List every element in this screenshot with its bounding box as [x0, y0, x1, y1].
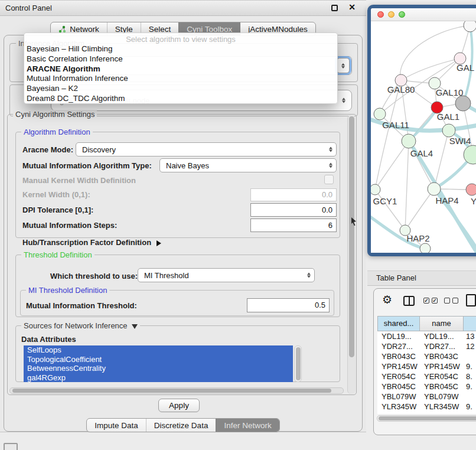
table-cell: YLR345W [377, 402, 420, 412]
algorithm-option[interactable]: Basic Correlation Inference [24, 54, 337, 64]
tab-discretize-data[interactable]: Discretize Data [146, 419, 216, 432]
network-node[interactable] [374, 108, 386, 120]
table-cell: YER054C [420, 371, 464, 381]
network-node[interactable] [442, 124, 455, 137]
network-node[interactable] [371, 184, 380, 195]
column-header[interactable]: name [420, 316, 464, 331]
scrollbar-thumb[interactable] [349, 116, 354, 357]
combo-open-button[interactable] [337, 58, 350, 73]
attribute-item[interactable]: gal4RGexp [24, 373, 293, 383]
node-label: Y [471, 196, 476, 206]
mi-steps-label: Mutual Information Steps: [22, 221, 117, 230]
table-cell [464, 351, 476, 361]
table-cell: YDL19... [420, 331, 464, 341]
float-window-icon[interactable] [331, 5, 338, 11]
manual-kernel-checkbox[interactable] [324, 175, 334, 184]
close-icon[interactable]: ✕ [348, 2, 356, 12]
node-label: GAL1 [437, 112, 459, 122]
node-label: HAP2 [406, 233, 429, 243]
table-row[interactable]: YDL19...YDL19...13 [377, 331, 476, 341]
select-all-icon[interactable]: ✓✓ [423, 298, 438, 304]
table-row[interactable]: YPR145WYPR145W9. [377, 361, 476, 371]
table-panel-titlebar: Table Panel [367, 270, 476, 286]
which-threshold-select[interactable]: MI Threshold [138, 268, 315, 282]
window-close-button[interactable] [377, 11, 384, 18]
gear-icon[interactable]: ⚙ [382, 294, 392, 306]
table-cell: YER054C [377, 371, 420, 381]
window-minimize-button[interactable] [388, 11, 395, 18]
table-cell: 9. [464, 361, 476, 371]
table-row[interactable]: YLR345WYLR345W9. [377, 402, 476, 412]
settings-horizontal-scrollbar[interactable] [9, 387, 344, 394]
window-zoom-button[interactable] [399, 11, 405, 18]
table-body: YDL19...YDL19...13YDR27...YDR27...12YBR0… [377, 331, 476, 414]
algorithm-option[interactable]: Dream8 DC_TDC Algorithm [24, 94, 337, 104]
data-attributes-list[interactable]: SelfLoopsTopologicalCoefficientBetweenne… [24, 345, 293, 382]
chevron-down-icon [341, 66, 345, 69]
attribute-item[interactable]: BetweennessCentrality [24, 364, 293, 373]
sources-title[interactable]: Sources for Network Inference [21, 321, 140, 330]
aracne-mode-select[interactable]: Discovery [76, 142, 337, 156]
table-horizontal-scrollbar[interactable] [377, 415, 476, 422]
collapse-arrow-icon [132, 324, 138, 329]
table-cell: 8. [464, 371, 476, 381]
algorithm-option[interactable]: ARACNE Algorithm [24, 64, 337, 74]
table-row[interactable]: YBL079WYBL079W [377, 392, 476, 402]
algorithm-dropdown-popup: Select algorithm to view settings Bayesi… [24, 32, 338, 104]
threshold-definition-title: Threshold Definition [21, 250, 94, 259]
manual-kernel-label: Manual Kernel Width Definition [22, 176, 136, 185]
table-row[interactable]: YIL052CYIL052C0. [377, 412, 476, 414]
table-cell: YDR27... [420, 341, 464, 351]
attribute-item[interactable]: SelfLoops [24, 345, 293, 355]
control-panel-title: Control Panel [0, 1, 366, 15]
hub-definition-toggle[interactable]: Hub/Transcription Factor Definition [22, 238, 161, 247]
attribute-item[interactable]: TopologicalCoefficient [24, 355, 293, 364]
algorithm-option[interactable]: Bayesian – K2 [24, 84, 337, 94]
column-header[interactable]: shared... [377, 316, 420, 331]
dpi-tolerance-field[interactable]: 0.0 [250, 203, 337, 217]
file-icon[interactable] [466, 294, 476, 306]
table-cell: 9. [464, 381, 476, 392]
tab-impute-data[interactable]: Impute Data [87, 419, 146, 432]
algorithm-option[interactable]: Mutual Information Inference [24, 74, 337, 84]
table-row[interactable]: YBR043CYBR043C [377, 351, 476, 361]
tab-infer-network[interactable]: Infer Network [216, 419, 279, 432]
control-panel-titlebar: Control Panel ✕ [0, 1, 366, 16]
network-node[interactable] [464, 21, 476, 32]
algorithm-option[interactable]: Bayesian – Hill Climbing [24, 44, 337, 54]
chevron-updown-icon [329, 147, 332, 152]
mi-type-select[interactable]: Naive Bayes [159, 158, 337, 172]
network-canvas[interactable]: GALGAL80GAL10GAL1GAL11SWI4GAL4GCY1HAP4YH… [371, 21, 476, 253]
network-node[interactable] [466, 184, 476, 195]
network-node[interactable] [455, 96, 471, 111]
mouse-cursor [351, 217, 357, 226]
column-layout-icon[interactable] [403, 296, 415, 306]
scrollbar-thumb[interactable] [379, 416, 476, 420]
deselect-all-icon[interactable] [444, 298, 458, 304]
network-node[interactable] [420, 243, 431, 253]
scrollbar-thumb[interactable] [12, 389, 331, 393]
mi-steps-field[interactable]: 6 [250, 219, 337, 232]
table-cell [464, 392, 476, 402]
network-node[interactable] [402, 134, 416, 148]
chevron-updown-icon [307, 273, 311, 278]
list-vertical-scrollbar[interactable] [294, 345, 302, 382]
network-node[interactable] [428, 182, 441, 195]
table-row[interactable]: YDR27...YDR27...12 [377, 341, 476, 351]
cyni-mode-tabs: Impute Data Discretize Data Infer Networ… [0, 418, 366, 432]
network-window-titlebar[interactable] [371, 8, 476, 21]
table-row[interactable]: YER054CYER054C8. [377, 371, 476, 381]
column-header[interactable] [464, 316, 476, 331]
control-panel: Control Panel ✕ [0, 0, 366, 432]
settings-vertical-scrollbar[interactable] [347, 115, 356, 394]
apply-button[interactable]: Apply [158, 399, 200, 412]
popup-placeholder: Select algorithm to view settings [24, 34, 337, 44]
scrollbar-thumb[interactable] [296, 347, 301, 380]
kernel-width-field[interactable]: 0.0 [250, 188, 337, 201]
mi-type-label: Mutual Information Algorithm Type: [22, 161, 152, 170]
mi-threshold-field[interactable]: 0.5 [247, 298, 330, 312]
network-view-window: GALGAL80GAL10GAL1GAL11SWI4GAL4GCY1HAP4YH… [367, 5, 476, 256]
table-row[interactable]: YBR045CYBR045C9. [377, 381, 476, 392]
table-cell: YBL079W [420, 392, 464, 402]
minimized-panel-icon[interactable] [4, 443, 18, 450]
